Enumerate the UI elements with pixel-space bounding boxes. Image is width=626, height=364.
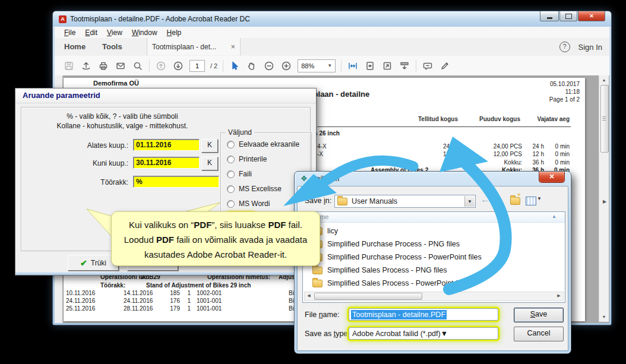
- tab-bar: Home Tools Tootmisplaan - det... × ? Sig…: [55, 38, 609, 56]
- zoom-in-icon[interactable]: [280, 60, 292, 72]
- sign-pencil-icon[interactable]: [439, 60, 451, 72]
- scrollbar-thumb[interactable]: [600, 85, 609, 153]
- scroll-up-icon[interactable]: ▲: [599, 76, 609, 84]
- output-radio[interactable]: Eelvaade ekraanile: [226, 139, 303, 150]
- select-tool-icon[interactable]: [229, 60, 241, 72]
- file-name-input[interactable]: Tootmisplaan - detailne.PDF: [349, 308, 498, 321]
- print-icon[interactable]: [97, 60, 109, 72]
- menu-item[interactable]: Help: [162, 29, 186, 37]
- save-button[interactable]: Save: [514, 308, 564, 322]
- pdf-print-time: 11:18: [565, 88, 580, 95]
- scroll-right-icon[interactable]: ▶: [555, 292, 563, 299]
- back-icon[interactable]: ←: [480, 194, 490, 205]
- to-calendar-button[interactable]: K: [201, 157, 218, 170]
- file-list-header[interactable]: Name ▲: [303, 212, 565, 223]
- share-icon[interactable]: [80, 60, 92, 72]
- horizontal-scrollbar[interactable]: ◀ ▶: [304, 292, 564, 301]
- maximize-button[interactable]: [559, 11, 577, 21]
- from-calendar-button[interactable]: K: [201, 139, 218, 153]
- pdf-page-label: Page 1 of 2: [549, 96, 580, 103]
- pdf-col-vajatav: Vajatav aeg: [510, 116, 570, 122]
- tooltip-line: kasutades Adobe Acrobat Reader-it.: [112, 247, 320, 262]
- output-radio[interactable]: Faili: [226, 169, 255, 179]
- save-dialog-titlebar[interactable]: ❖ Faili nim: [301, 174, 339, 183]
- tab-home[interactable]: Home: [58, 38, 91, 56]
- radio-icon[interactable]: [227, 141, 235, 148]
- menu-item[interactable]: File: [59, 29, 80, 37]
- ops-cell-label: Töörakk:: [100, 282, 125, 289]
- hand-tool-icon[interactable]: [246, 60, 258, 72]
- save-icon[interactable]: [63, 60, 75, 72]
- save-as-type-label: Save as type:: [305, 330, 350, 338]
- output-radio[interactable]: Printerile: [226, 154, 270, 164]
- page-number-input[interactable]: [189, 60, 205, 72]
- panel-toggle-icon[interactable]: ▶: [600, 193, 609, 210]
- output-radio[interactable]: MS Wordi: [226, 198, 273, 209]
- save-in-label: Save in:: [305, 197, 331, 205]
- to-date-field[interactable]: 30.11.2016: [133, 157, 200, 169]
- next-page-icon[interactable]: [172, 60, 184, 72]
- radio-icon[interactable]: [227, 156, 235, 163]
- pdf-total-minutes: 0 min: [528, 159, 570, 166]
- folder-icon: [312, 280, 323, 287]
- search-icon[interactable]: [132, 60, 144, 72]
- page-view-icon[interactable]: [364, 60, 376, 72]
- file-row[interactable]: Simplified Purchase Process - PowerPoint…: [303, 251, 482, 263]
- save-as-type-select[interactable]: Adobe Acrobat failid (*.pdf) ▼: [349, 327, 498, 340]
- sign-in-button[interactable]: Sign In: [578, 43, 602, 52]
- minimize-button[interactable]: [540, 11, 559, 21]
- save-in-select[interactable]: User Manuals ▼: [334, 195, 476, 208]
- radio-icon[interactable]: [227, 185, 235, 193]
- document-tab[interactable]: Tootmisplaan - det... ×: [147, 38, 241, 55]
- from-date-field[interactable]: 01.11.2016: [133, 139, 200, 151]
- work-cell-field[interactable]: %: [133, 176, 219, 188]
- file-row[interactable]: Simplified Purchase Process - PNG files: [303, 238, 460, 250]
- fullscreen-icon[interactable]: [381, 60, 393, 72]
- fit-width-icon[interactable]: [347, 60, 359, 72]
- scrollbar-thumb[interactable]: [314, 293, 422, 300]
- window-titlebar[interactable]: A Tootmisplaan - detailne.PDF - Adobe Ac…: [53, 11, 611, 27]
- file-row[interactable]: Simplified Sales Process - PowerPoint fi…: [303, 277, 469, 289]
- tab-tools[interactable]: Tools: [96, 38, 128, 56]
- new-folder-icon[interactable]: [510, 197, 520, 205]
- close-button[interactable]: ✕: [578, 11, 605, 21]
- save-dialog-close-button[interactable]: ✕: [539, 172, 565, 183]
- annotation-tooltip: Kui valikuks on “PDF”, siis luuakse PDF …: [111, 211, 320, 266]
- file-row[interactable]: Simplified Sales Process - PNG files: [303, 264, 447, 276]
- window-controls: ✕: [539, 11, 605, 21]
- save-dialog-title: Faili nim: [312, 175, 340, 183]
- comment-icon[interactable]: [422, 60, 434, 72]
- zoom-out-icon[interactable]: [263, 60, 275, 72]
- pdf-header-rule: [317, 126, 571, 127]
- chevron-down-icon[interactable]: ▼: [441, 330, 448, 338]
- zoom-level-select[interactable]: 88%▼: [298, 59, 336, 72]
- toolbar-dock-icon[interactable]: [399, 60, 410, 72]
- scroll-left-icon[interactable]: ◀: [305, 292, 313, 299]
- menu-item[interactable]: Window: [127, 29, 162, 37]
- file-list[interactable]: Name ▲ licy Simplified Purchase Process …: [302, 211, 565, 303]
- cancel-button[interactable]: Cancel: [514, 327, 564, 341]
- pdf-col-tellitud: Tellitud kogus: [399, 116, 458, 122]
- help-icon[interactable]: ?: [559, 42, 570, 52]
- email-icon[interactable]: [115, 60, 127, 72]
- window-title: Tootmisplaan - detailne.PDF - Adobe Acro…: [70, 15, 250, 23]
- menu-item[interactable]: View: [102, 29, 127, 37]
- output-radio[interactable]: MS Excelisse: [226, 183, 285, 194]
- radio-icon[interactable]: [227, 170, 235, 178]
- radio-icon[interactable]: [227, 200, 235, 208]
- acrobat-icon: A: [59, 15, 67, 23]
- file-name-label: File name:: [305, 311, 339, 319]
- view-menu-icon[interactable]: [526, 197, 536, 205]
- menu-item[interactable]: Edit: [80, 29, 102, 37]
- menu-bar: File Edit View Window Help: [55, 27, 609, 39]
- hint-line-2: Kollane - kohustuslik, valge - mittekohu…: [21, 122, 223, 130]
- dialog-title[interactable]: Aruande parameetrid: [15, 88, 316, 103]
- scroll-down-icon[interactable]: ▼: [599, 313, 609, 321]
- toolbar: / 2 88%▼: [55, 56, 609, 76]
- view-menu-chevron-icon[interactable]: ▼: [537, 196, 542, 201]
- previous-page-icon[interactable]: [155, 60, 167, 72]
- tab-close-icon[interactable]: ×: [230, 42, 235, 51]
- to-date-label: Kuni kuup.:: [57, 159, 128, 167]
- chevron-down-icon[interactable]: ▼: [464, 196, 475, 207]
- work-cell-label: Töörakk:: [57, 178, 128, 186]
